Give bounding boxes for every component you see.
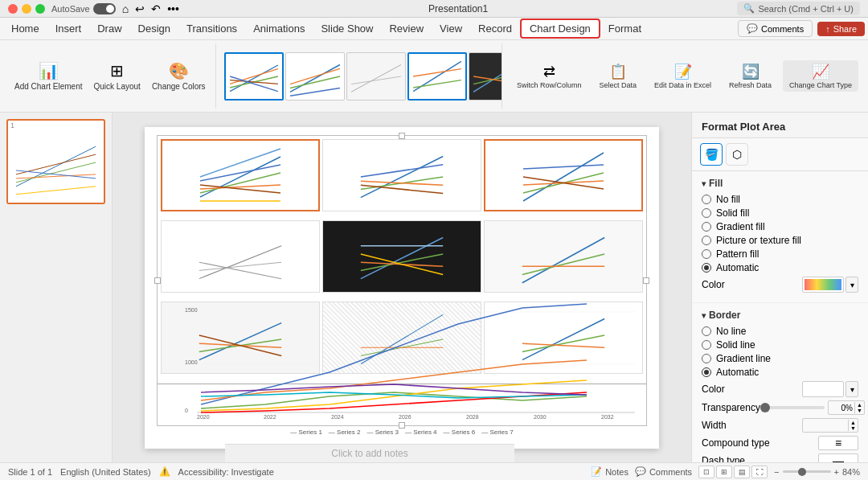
automatic-fill-radio[interactable] <box>702 263 711 273</box>
chart-style-1[interactable] <box>224 52 284 101</box>
menu-format[interactable]: Format <box>600 20 649 37</box>
size-properties-tab[interactable]: ⬡ <box>726 143 748 166</box>
transparency-down[interactable]: ▼ <box>857 408 862 413</box>
close-button[interactable] <box>8 4 18 14</box>
width-up[interactable]: ▲ <box>850 420 856 425</box>
chart-thumb-svg-2 <box>286 53 344 100</box>
pattern-fill-label: Pattern fill <box>716 248 759 260</box>
menu-chart-design[interactable]: Chart Design <box>520 18 600 39</box>
menu-home[interactable]: Home <box>3 20 47 37</box>
chart-cell-1-1[interactable] <box>161 139 320 211</box>
pattern-fill-radio[interactable] <box>702 249 711 259</box>
share-button[interactable]: ↑ Share <box>817 22 865 36</box>
more-actions[interactable]: ••• <box>167 2 179 15</box>
zoom-minus-button[interactable]: − <box>774 467 779 477</box>
slide-thumbnail-1[interactable]: 1 <box>6 119 105 204</box>
chart-style-3[interactable] <box>346 52 406 101</box>
menu-animations[interactable]: Animations <box>245 20 313 37</box>
border-section-header[interactable]: ▾ Border <box>702 310 858 321</box>
slide-sorter-button[interactable]: ⊞ <box>716 466 732 478</box>
notes-area[interactable]: Click to add notes <box>225 444 514 462</box>
compound-type-selector[interactable]: ≡ <box>818 436 858 450</box>
refresh-data-button[interactable]: 🔄 Refresh Data <box>723 60 778 92</box>
automatic-fill-row[interactable]: Automatic <box>702 262 858 273</box>
compound-type-label: Compound type <box>702 437 770 449</box>
fullscreen-button[interactable] <box>35 4 45 14</box>
notes-button[interactable]: 📝 Notes <box>591 466 628 477</box>
border-color-swatch[interactable] <box>802 381 844 397</box>
accessibility-warning-icon: ⚠️ <box>159 466 170 477</box>
minimize-button[interactable] <box>22 4 31 14</box>
autosave-label: AutoSave <box>51 4 90 14</box>
change-chart-type-button[interactable]: 📈 Change Chart Type <box>783 60 858 92</box>
presentation-view-button[interactable]: ⛶ <box>751 466 768 478</box>
nav-forward[interactable]: ↩ <box>135 2 145 15</box>
picture-texture-radio[interactable] <box>702 236 711 245</box>
chart-style-5[interactable] <box>469 52 502 101</box>
select-data-button[interactable]: 📋 Select Data <box>593 60 644 92</box>
normal-view-button[interactable]: ⊡ <box>698 466 714 478</box>
dash-type-selector[interactable]: — <box>818 453 858 462</box>
fill-color-swatch[interactable] <box>802 277 844 293</box>
auto-border-radio[interactable] <box>702 367 711 377</box>
chart-cell-1-2[interactable] <box>322 139 481 211</box>
switch-row-col-button[interactable]: ⇄ Switch Row/Column <box>510 60 588 92</box>
chart-cell-2-2[interactable] <box>322 220 481 293</box>
solid-line-row[interactable]: Solid line <box>702 339 858 351</box>
undo[interactable]: ↶ <box>151 2 161 15</box>
menu-transitions[interactable]: Transitions <box>178 20 245 37</box>
comments-status-button[interactable]: 💬 Comments <box>635 466 692 477</box>
gradient-line-row[interactable]: Gradient line <box>702 353 858 364</box>
reading-view-button[interactable]: ▤ <box>734 466 750 478</box>
fill-section-header[interactable]: ▾ Fill <box>702 178 858 189</box>
menu-record[interactable]: Record <box>470 20 520 37</box>
nav-back[interactable]: ⌂ <box>122 2 129 15</box>
menu-slide-show[interactable]: Slide Show <box>313 20 381 37</box>
gradient-line-radio[interactable] <box>702 354 711 363</box>
zoom-plus-button[interactable]: + <box>834 467 839 477</box>
menu-design[interactable]: Design <box>130 20 178 37</box>
quick-layout-button[interactable]: ⊞ Quick Layout <box>89 58 145 95</box>
gradient-fill-radio[interactable] <box>702 222 711 232</box>
main-chart-area[interactable]: 1500 1000 0 2020 2022 2024 2026 2028 203… <box>161 296 643 425</box>
picture-texture-row[interactable]: Picture or texture fill <box>702 235 858 246</box>
border-color-picker-button[interactable]: ▾ <box>845 381 858 397</box>
fill-effects-tab[interactable]: 🪣 <box>700 143 723 166</box>
chart-style-2[interactable] <box>285 52 345 101</box>
solid-fill-row[interactable]: Solid fill <box>702 207 858 219</box>
width-input[interactable]: ▲ ▼ <box>802 418 858 433</box>
zoom-slider[interactable] <box>783 470 831 473</box>
transparency-input[interactable]: 0% ▲ ▼ <box>828 400 865 415</box>
transparency-slider[interactable] <box>760 406 825 409</box>
edit-data-excel-button[interactable]: 📝 Edit Data in Excel <box>648 60 718 92</box>
no-line-radio[interactable] <box>702 326 711 336</box>
auto-border-row[interactable]: Automatic <box>702 367 858 378</box>
slide-canvas[interactable]: 1500 1000 0 2020 2022 2024 2026 2028 203… <box>145 127 659 449</box>
menu-view[interactable]: View <box>432 20 470 37</box>
menu-draw[interactable]: Draw <box>89 20 129 37</box>
transparency-up[interactable]: ▲ <box>857 402 862 408</box>
no-fill-label: No fill <box>716 194 740 205</box>
no-line-row[interactable]: No line <box>702 326 858 337</box>
solid-line-radio[interactable] <box>702 340 711 350</box>
width-down[interactable]: ▼ <box>850 425 856 431</box>
gradient-fill-row[interactable]: Gradient fill <box>702 221 858 232</box>
autosave-toggle[interactable]: AutoSave <box>51 3 116 14</box>
chart-cell-2-1[interactable] <box>161 220 320 293</box>
chart-cell-1-3[interactable] <box>484 139 643 211</box>
pattern-fill-row[interactable]: Pattern fill <box>702 248 858 260</box>
search-bar[interactable]: 🔍 Search (Cmd + Ctrl + U) <box>737 2 860 15</box>
chart-cell-2-3[interactable] <box>484 220 643 293</box>
no-fill-row[interactable]: No fill <box>702 194 858 205</box>
menu-review[interactable]: Review <box>381 20 432 37</box>
solid-fill-radio[interactable] <box>702 208 711 218</box>
no-fill-radio[interactable] <box>702 195 711 204</box>
add-chart-element-button[interactable]: 📊 Add Chart Element <box>10 58 88 95</box>
menu-insert[interactable]: Insert <box>47 20 90 37</box>
traffic-lights[interactable] <box>8 4 45 14</box>
comments-button[interactable]: 💬 Comments <box>738 20 813 37</box>
chart-style-4[interactable] <box>407 52 467 101</box>
fill-color-picker-button[interactable]: ▾ <box>845 277 858 293</box>
svg-text:0: 0 <box>185 408 188 413</box>
change-colors-button[interactable]: 🎨 Change Colors <box>147 58 211 95</box>
